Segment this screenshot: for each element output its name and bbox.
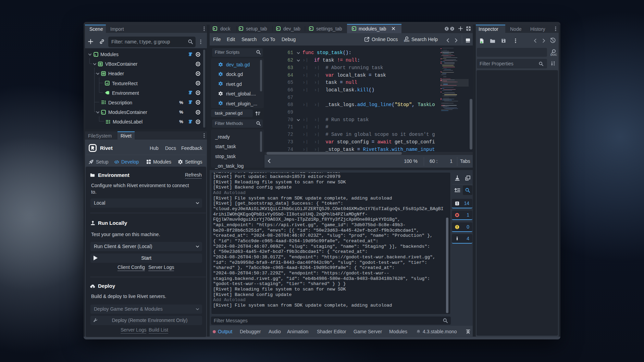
svg-text:DOC: DOC	[550, 53, 557, 56]
svg-text:DOC: DOC	[404, 39, 409, 42]
